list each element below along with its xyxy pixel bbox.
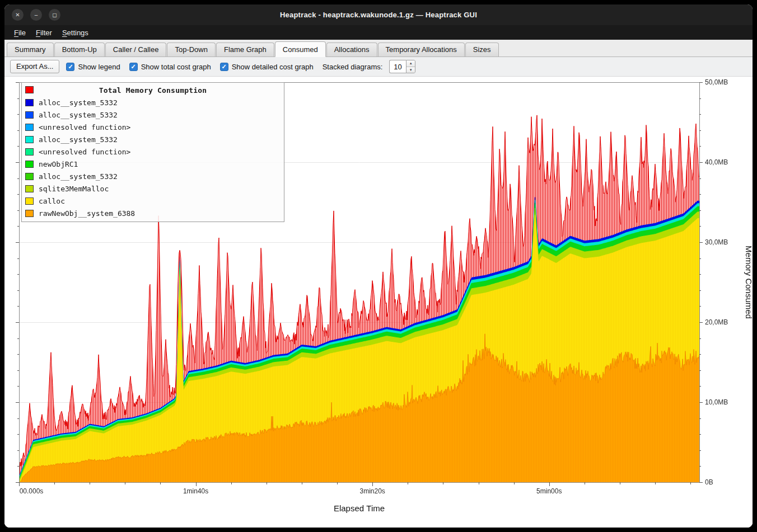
- stacked-diagrams-spinner[interactable]: 10 ▲ ▼: [389, 60, 415, 73]
- legend-swatch-icon: [25, 148, 34, 156]
- legend-row: <unresolved function>: [22, 145, 284, 158]
- checkbox-show-total-cost-graph[interactable]: ✓Show total cost graph: [129, 63, 211, 71]
- checkbox-check-icon: ✓: [66, 63, 74, 71]
- checkbox-check-icon: ✓: [129, 63, 138, 71]
- legend-swatch-icon: [25, 161, 34, 168]
- legend-row: newObjRC1: [22, 158, 284, 170]
- legend-row: alloc__system_5332: [22, 170, 284, 182]
- legend-label: alloc__system_5332: [39, 111, 118, 119]
- toolbar: Export As... ✓Show legend✓Show total cos…: [4, 57, 753, 77]
- legend-label: sqlite3MemMalloc: [39, 185, 109, 193]
- menu-settings[interactable]: Settings: [57, 27, 94, 39]
- checkbox-show-detailed-cost-graph[interactable]: ✓Show detailed cost graph: [220, 63, 314, 71]
- menubar: FileFilterSettings: [4, 25, 753, 40]
- spinner-down-icon[interactable]: ▼: [406, 67, 415, 73]
- legend-swatch-icon: [25, 124, 34, 131]
- legend-label: newObjRC1: [39, 160, 78, 168]
- checkbox-label: Show legend: [78, 63, 120, 71]
- legend-row: <unresolved function>: [22, 121, 284, 133]
- legend-row: calloc: [22, 195, 284, 207]
- tab-temporary-allocations[interactable]: Temporary Allocations: [378, 43, 465, 57]
- legend-label: <unresolved function>: [39, 148, 130, 156]
- legend-row: alloc__system_5332: [22, 96, 284, 109]
- spinner-up-icon[interactable]: ▲: [406, 60, 415, 67]
- tabbar: SummaryBottom-UpCaller / CalleeTop-DownF…: [4, 40, 753, 57]
- legend-label: calloc: [39, 197, 65, 205]
- legend-label: alloc__system_5332: [39, 135, 118, 144]
- legend-label: <unresolved function>: [39, 123, 130, 131]
- legend-row: rawNewObj__system_6388: [22, 207, 284, 219]
- checkbox-check-icon: ✓: [220, 63, 228, 71]
- tab-bottom-up[interactable]: Bottom-Up: [54, 43, 105, 57]
- legend-swatch-icon: [25, 185, 34, 192]
- menu-filter[interactable]: Filter: [31, 27, 57, 39]
- maximize-icon[interactable]: ◻: [49, 9, 60, 21]
- checkbox-group: ✓Show legend✓Show total cost graph✓Show …: [66, 63, 313, 71]
- tab-top-down[interactable]: Top-Down: [167, 43, 216, 57]
- tab-consumed[interactable]: Consumed: [275, 41, 326, 57]
- legend-swatch-icon: [25, 210, 34, 217]
- menu-file[interactable]: File: [9, 27, 31, 39]
- legend-row: sqlite3MemMalloc: [22, 182, 284, 195]
- tab-allocations[interactable]: Allocations: [326, 43, 377, 57]
- minimize-icon[interactable]: –: [30, 9, 42, 21]
- legend-label: alloc__system_5332: [39, 98, 118, 107]
- checkbox-label: Show total cost graph: [141, 63, 211, 71]
- legend-row: alloc__system_5332: [22, 109, 284, 121]
- tab-sizes[interactable]: Sizes: [465, 43, 499, 57]
- app-window: ✕ – ◻ Heaptrack - heaptrack.wakunode.1.g…: [4, 4, 753, 528]
- checkbox-label: Show detailed cost graph: [232, 63, 314, 71]
- spinner-arrows: ▲ ▼: [406, 60, 415, 73]
- legend-label: rawNewObj__system_6388: [39, 209, 135, 218]
- window-controls: ✕ – ◻: [12, 9, 60, 21]
- legend-label: Total Memory Consumption: [99, 86, 207, 95]
- legend-swatch-icon: [25, 86, 34, 93]
- legend-title-row: Total Memory Consumption: [22, 84, 284, 96]
- legend-swatch-icon: [25, 197, 34, 205]
- tab-caller-callee[interactable]: Caller / Callee: [105, 43, 167, 57]
- legend-label: alloc__system_5332: [39, 172, 118, 181]
- stacked-diagrams-label: Stacked diagrams:: [323, 63, 383, 71]
- window-title: Heaptrack - heaptrack.wakunode.1.gz — He…: [280, 11, 477, 19]
- legend-row: alloc__system_5332: [22, 133, 284, 145]
- export-as-button[interactable]: Export As...: [10, 60, 59, 73]
- legend-swatch-icon: [25, 136, 34, 143]
- legend-swatch-icon: [25, 99, 34, 106]
- stacked-diagrams-value[interactable]: 10: [389, 60, 406, 73]
- legend-swatch-icon: [25, 173, 34, 180]
- legend-swatch-icon: [25, 111, 34, 119]
- tab-summary[interactable]: Summary: [7, 43, 54, 57]
- chart-legend[interactable]: Total Memory Consumptionalloc__system_53…: [21, 82, 284, 222]
- titlebar[interactable]: ✕ – ◻ Heaptrack - heaptrack.wakunode.1.g…: [4, 4, 753, 25]
- close-icon[interactable]: ✕: [12, 9, 24, 21]
- checkbox-show-legend[interactable]: ✓Show legend: [66, 63, 120, 71]
- tab-flame-graph[interactable]: Flame Graph: [216, 43, 274, 57]
- chart-area: Total Memory Consumptionalloc__system_53…: [4, 77, 753, 528]
